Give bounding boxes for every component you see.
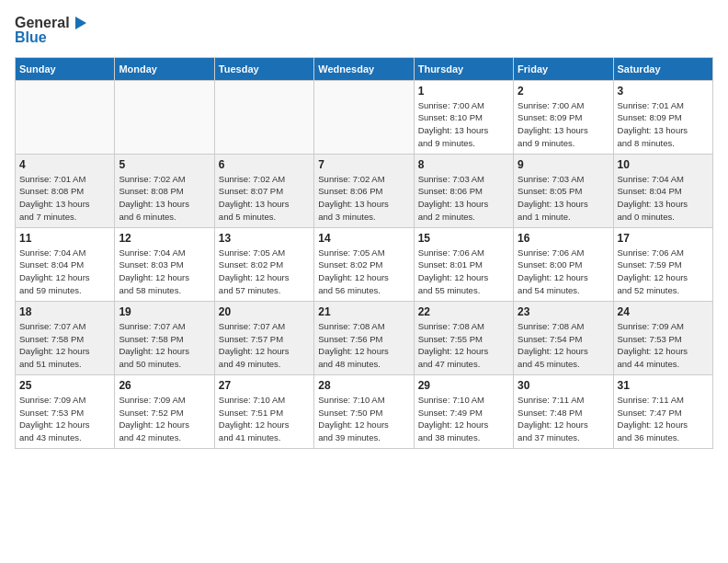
- day-number: 6: [219, 158, 310, 171]
- day-number: 3: [618, 85, 709, 98]
- calendar-day-cell: 28Sunrise: 7:10 AMSunset: 7:50 PMDayligh…: [314, 374, 414, 448]
- calendar-week-row: 18Sunrise: 7:07 AMSunset: 7:58 PMDayligh…: [16, 301, 713, 374]
- day-number: 29: [418, 379, 509, 392]
- calendar-day-cell: 4Sunrise: 7:01 AMSunset: 8:08 PMDaylight…: [16, 154, 115, 227]
- calendar-header-monday: Monday: [115, 57, 214, 80]
- day-number: 15: [418, 232, 509, 245]
- day-number: 26: [119, 379, 210, 392]
- day-number: 25: [19, 379, 110, 392]
- day-info: Sunrise: 7:06 AMSunset: 8:00 PMDaylight:…: [518, 247, 609, 297]
- calendar-day-cell: 14Sunrise: 7:05 AMSunset: 8:02 PMDayligh…: [314, 227, 414, 301]
- day-info: Sunrise: 7:05 AMSunset: 8:02 PMDaylight:…: [219, 247, 310, 297]
- calendar-week-row: 4Sunrise: 7:01 AMSunset: 8:08 PMDaylight…: [16, 154, 713, 227]
- calendar-day-cell: 7Sunrise: 7:02 AMSunset: 8:06 PMDaylight…: [314, 154, 414, 227]
- calendar-day-cell: 17Sunrise: 7:06 AMSunset: 7:59 PMDayligh…: [613, 227, 712, 301]
- day-number: 12: [119, 232, 210, 245]
- logo-blue: Blue: [15, 29, 88, 46]
- day-number: 20: [219, 305, 310, 318]
- day-number: 22: [418, 305, 509, 318]
- calendar-header-thursday: Thursday: [414, 57, 513, 80]
- day-info: Sunrise: 7:08 AMSunset: 7:56 PMDaylight:…: [318, 320, 409, 371]
- day-number: 8: [418, 158, 509, 171]
- calendar-week-row: 11Sunrise: 7:04 AMSunset: 8:04 PMDayligh…: [16, 227, 713, 301]
- day-number: 19: [119, 305, 210, 318]
- calendar-day-cell: 22Sunrise: 7:08 AMSunset: 7:55 PMDayligh…: [414, 301, 513, 374]
- calendar-day-cell: 9Sunrise: 7:03 AMSunset: 8:05 PMDaylight…: [514, 154, 613, 227]
- calendar-header-friday: Friday: [514, 57, 613, 80]
- calendar-day-cell: 13Sunrise: 7:05 AMSunset: 8:02 PMDayligh…: [214, 227, 313, 301]
- day-info: Sunrise: 7:04 AMSunset: 8:04 PMDaylight:…: [19, 247, 110, 297]
- calendar-day-cell: 1Sunrise: 7:00 AMSunset: 8:10 PMDaylight…: [414, 80, 513, 154]
- day-info: Sunrise: 7:10 AMSunset: 7:49 PMDaylight:…: [418, 394, 509, 444]
- calendar-day-cell: 10Sunrise: 7:04 AMSunset: 8:04 PMDayligh…: [613, 154, 712, 227]
- calendar-day-cell: 15Sunrise: 7:06 AMSunset: 8:01 PMDayligh…: [414, 227, 513, 301]
- day-info: Sunrise: 7:07 AMSunset: 7:58 PMDaylight:…: [119, 320, 210, 371]
- calendar-day-cell: [115, 80, 214, 154]
- calendar-day-cell: 6Sunrise: 7:02 AMSunset: 8:07 PMDaylight…: [214, 154, 313, 227]
- day-info: Sunrise: 7:08 AMSunset: 7:55 PMDaylight:…: [418, 320, 509, 371]
- page-header: General Blue: [15, 15, 713, 46]
- day-number: 16: [518, 232, 609, 245]
- day-info: Sunrise: 7:00 AMSunset: 8:09 PMDaylight:…: [518, 99, 609, 150]
- calendar-day-cell: 29Sunrise: 7:10 AMSunset: 7:49 PMDayligh…: [414, 374, 513, 448]
- calendar-header-saturday: Saturday: [613, 57, 712, 80]
- calendar-day-cell: [314, 80, 414, 154]
- day-info: Sunrise: 7:11 AMSunset: 7:48 PMDaylight:…: [518, 394, 609, 444]
- day-number: 13: [219, 232, 310, 245]
- day-info: Sunrise: 7:02 AMSunset: 8:08 PMDaylight:…: [119, 173, 210, 224]
- day-number: 7: [318, 158, 409, 171]
- calendar-day-cell: 23Sunrise: 7:08 AMSunset: 7:54 PMDayligh…: [514, 301, 613, 374]
- calendar-week-row: 1Sunrise: 7:00 AMSunset: 8:10 PMDaylight…: [16, 80, 713, 154]
- day-info: Sunrise: 7:11 AMSunset: 7:47 PMDaylight:…: [618, 394, 709, 444]
- day-info: Sunrise: 7:09 AMSunset: 7:53 PMDaylight:…: [19, 394, 110, 444]
- day-number: 14: [318, 232, 409, 245]
- calendar-day-cell: [16, 80, 115, 154]
- day-number: 30: [518, 379, 609, 392]
- day-info: Sunrise: 7:08 AMSunset: 7:54 PMDaylight:…: [518, 320, 609, 371]
- svg-marker-0: [75, 17, 86, 29]
- day-info: Sunrise: 7:10 AMSunset: 7:51 PMDaylight:…: [219, 394, 310, 444]
- day-number: 2: [518, 85, 609, 98]
- day-number: 1: [418, 85, 509, 98]
- day-info: Sunrise: 7:09 AMSunset: 7:53 PMDaylight:…: [618, 320, 709, 371]
- logo-container: General Blue: [15, 15, 88, 46]
- day-info: Sunrise: 7:06 AMSunset: 8:01 PMDaylight:…: [418, 247, 509, 297]
- day-info: Sunrise: 7:07 AMSunset: 7:58 PMDaylight:…: [19, 320, 110, 371]
- day-info: Sunrise: 7:04 AMSunset: 8:03 PMDaylight:…: [119, 247, 210, 297]
- calendar-day-cell: 18Sunrise: 7:07 AMSunset: 7:58 PMDayligh…: [16, 301, 115, 374]
- calendar-day-cell: 25Sunrise: 7:09 AMSunset: 7:53 PMDayligh…: [16, 374, 115, 448]
- calendar-day-cell: 2Sunrise: 7:00 AMSunset: 8:09 PMDaylight…: [514, 80, 613, 154]
- day-info: Sunrise: 7:03 AMSunset: 8:06 PMDaylight:…: [418, 173, 509, 224]
- calendar-header-sunday: Sunday: [16, 57, 115, 80]
- calendar-day-cell: [214, 80, 313, 154]
- day-info: Sunrise: 7:05 AMSunset: 8:02 PMDaylight:…: [318, 247, 409, 297]
- day-number: 24: [618, 305, 709, 318]
- calendar-day-cell: 20Sunrise: 7:07 AMSunset: 7:57 PMDayligh…: [214, 301, 313, 374]
- calendar-day-cell: 26Sunrise: 7:09 AMSunset: 7:52 PMDayligh…: [115, 374, 214, 448]
- day-number: 5: [119, 158, 210, 171]
- calendar-day-cell: 27Sunrise: 7:10 AMSunset: 7:51 PMDayligh…: [214, 374, 313, 448]
- day-info: Sunrise: 7:06 AMSunset: 7:59 PMDaylight:…: [618, 247, 709, 297]
- calendar-day-cell: 21Sunrise: 7:08 AMSunset: 7:56 PMDayligh…: [314, 301, 414, 374]
- day-number: 4: [19, 158, 110, 171]
- calendar-day-cell: 3Sunrise: 7:01 AMSunset: 8:09 PMDaylight…: [613, 80, 712, 154]
- day-info: Sunrise: 7:09 AMSunset: 7:52 PMDaylight:…: [119, 394, 210, 444]
- day-number: 11: [19, 232, 110, 245]
- day-info: Sunrise: 7:01 AMSunset: 8:09 PMDaylight:…: [618, 99, 709, 150]
- calendar-day-cell: 30Sunrise: 7:11 AMSunset: 7:48 PMDayligh…: [514, 374, 613, 448]
- calendar-week-row: 25Sunrise: 7:09 AMSunset: 7:53 PMDayligh…: [16, 374, 713, 448]
- day-number: 21: [318, 305, 409, 318]
- calendar-day-cell: 16Sunrise: 7:06 AMSunset: 8:00 PMDayligh…: [514, 227, 613, 301]
- day-info: Sunrise: 7:10 AMSunset: 7:50 PMDaylight:…: [318, 394, 409, 444]
- day-info: Sunrise: 7:00 AMSunset: 8:10 PMDaylight:…: [418, 99, 509, 150]
- calendar-day-cell: 24Sunrise: 7:09 AMSunset: 7:53 PMDayligh…: [613, 301, 712, 374]
- day-info: Sunrise: 7:03 AMSunset: 8:05 PMDaylight:…: [518, 173, 609, 224]
- calendar-day-cell: 8Sunrise: 7:03 AMSunset: 8:06 PMDaylight…: [414, 154, 513, 227]
- day-number: 31: [618, 379, 709, 392]
- calendar-day-cell: 5Sunrise: 7:02 AMSunset: 8:08 PMDaylight…: [115, 154, 214, 227]
- calendar-day-cell: 19Sunrise: 7:07 AMSunset: 7:58 PMDayligh…: [115, 301, 214, 374]
- calendar-header-row: SundayMondayTuesdayWednesdayThursdayFrid…: [16, 57, 713, 80]
- day-number: 23: [518, 305, 609, 318]
- day-info: Sunrise: 7:02 AMSunset: 8:07 PMDaylight:…: [219, 173, 310, 224]
- day-number: 18: [19, 305, 110, 318]
